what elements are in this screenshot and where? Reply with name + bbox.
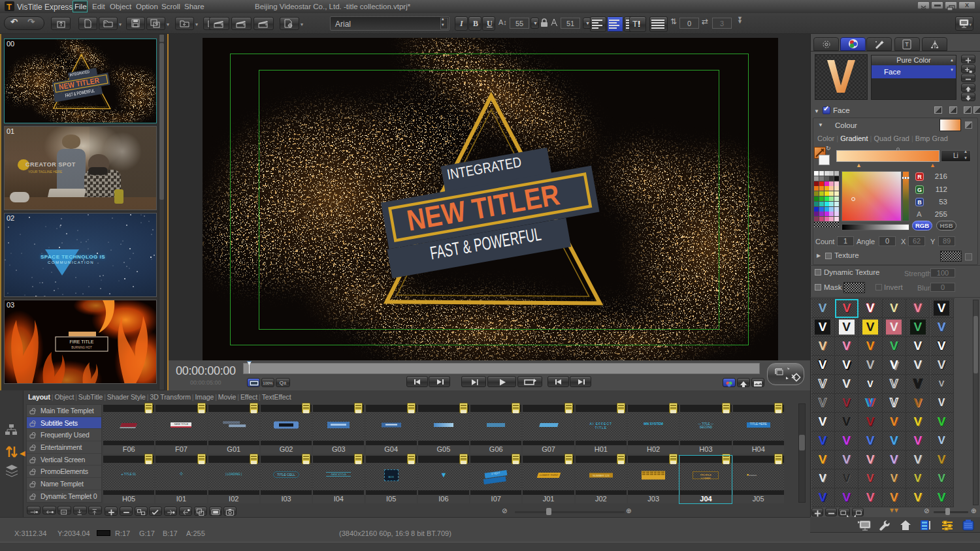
svg-text:T: T: [905, 41, 909, 48]
svg-text:BURNING HOT: BURNING HOT: [71, 346, 92, 349]
svg-text:FIRE TITLE: FIRE TITLE: [70, 339, 94, 344]
